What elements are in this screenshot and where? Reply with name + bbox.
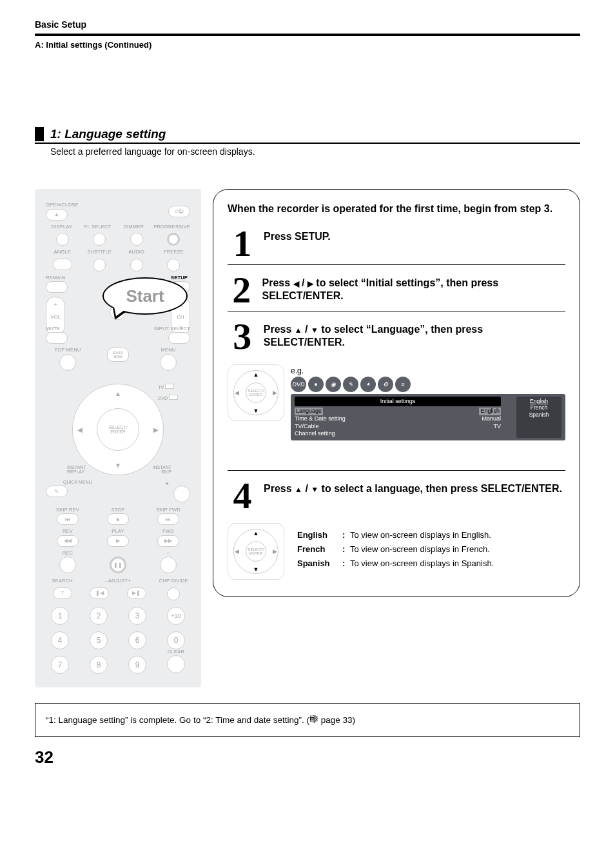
adjust-minus-button[interactable]: ❚◀ <box>90 587 109 599</box>
osd-opt-english: English <box>518 398 560 405</box>
play-button[interactable]: ▶ <box>107 535 129 547</box>
step-1-number: 1 <box>228 228 257 259</box>
dpad-up-icon[interactable]: ▲ <box>115 390 121 397</box>
instant-replay-label: INSTANT REPLAY <box>67 465 86 474</box>
fwd-button[interactable]: ▶▶ <box>157 535 179 547</box>
clear-button[interactable] <box>167 655 185 673</box>
remote-control: Start OPEN/CLOSE ▲ I/⏻ DISPLAY FL SELECT… <box>35 189 201 687</box>
menu-button[interactable] <box>160 354 177 371</box>
skip-rev-label: SKIP REV <box>56 508 79 513</box>
open-close-label: OPEN/CLOSE <box>46 202 79 208</box>
step-2-text: Press ◀ / ▶ to select “Initial settings”… <box>262 274 565 302</box>
osd-menu-icon: ≡ <box>395 377 411 392</box>
step-4-number: 4 <box>228 480 257 511</box>
dpad-down-icon[interactable]: ▼ <box>115 462 121 469</box>
pause-button[interactable]: ❚❚ <box>110 557 126 573</box>
select-enter-button[interactable]: SELECT/ ENTER <box>97 408 139 451</box>
stop-button[interactable]: ■ <box>107 513 129 525</box>
tv-label: TV <box>158 385 164 390</box>
slash-3: / <box>302 483 311 494</box>
chp-divide-button[interactable] <box>167 587 180 600</box>
dpad-left-icon[interactable]: ◀ <box>77 426 83 433</box>
osd-disc-icon: ◉ <box>326 377 341 392</box>
easy-navi-button[interactable]: EASY NAVI <box>107 348 129 362</box>
subtitle-label: SUBTITLE <box>83 250 117 255</box>
num-1-button[interactable]: 1 <box>51 607 69 625</box>
up-arrow-icon: ▲ <box>295 326 302 335</box>
step-3-text: Press ▲ / ▼ to select “Language”, then p… <box>264 321 565 349</box>
input-select-button[interactable] <box>168 332 190 344</box>
remain-button[interactable] <box>46 281 68 293</box>
num-2-button[interactable]: 2 <box>90 607 108 625</box>
nav-up-icon-2: ▲ <box>253 530 259 537</box>
audio-button[interactable] <box>130 259 143 271</box>
dvd-switch[interactable] <box>169 395 178 400</box>
num-9-button[interactable]: 9 <box>128 656 146 674</box>
setup-label: SETUP <box>171 275 188 281</box>
dpad-right-icon[interactable]: ▶ <box>153 426 159 433</box>
progressive-button[interactable] <box>167 233 180 246</box>
audio-label: AUDIO <box>120 250 153 255</box>
num-0-button[interactable]: 0 <box>167 631 185 649</box>
rec-button[interactable] <box>59 557 76 573</box>
page-ref-arrow-icon <box>309 715 318 724</box>
num-5-button[interactable]: 5 <box>90 631 108 649</box>
osd-row-time-val: Manual <box>482 415 501 423</box>
tv-dvd-switch: TV DVD <box>158 384 178 400</box>
dimmer-button[interactable] <box>130 233 143 246</box>
rev-button[interactable]: ◀◀ <box>57 535 79 547</box>
mute-button[interactable] <box>46 332 68 344</box>
menu-label: MENU <box>161 348 176 353</box>
play-label: PLAY <box>112 529 124 534</box>
lang-row-spanish: Spanish : To view on-screen displays in … <box>297 558 494 568</box>
up-arrow-icon-2: ▲ <box>295 485 302 494</box>
nav-down-icon-2: ▼ <box>253 566 259 573</box>
osd-gear-icon: ⚙ <box>378 377 393 392</box>
nav-right-icon-2: ▶ <box>273 548 277 555</box>
num-6-button[interactable]: 6 <box>128 631 146 649</box>
section-title: 1: Language setting <box>50 127 166 141</box>
step-3-number: 3 <box>228 321 257 352</box>
extra-button[interactable] <box>160 557 177 573</box>
top-menu-button[interactable] <box>59 354 76 371</box>
adjust-plus-button[interactable]: ▶❚ <box>127 587 146 599</box>
lang-row-english: English : To view on-screen displays in … <box>297 530 494 540</box>
subtitle-button[interactable] <box>93 259 106 271</box>
star-button[interactable] <box>173 486 190 502</box>
angle-button[interactable] <box>53 259 72 270</box>
step-4-text-pre: Press <box>264 483 295 494</box>
nav-icon-step3: SELECT/ ENTER ▲ ▼ ◀ ▶ <box>228 364 284 421</box>
tv-switch[interactable] <box>165 384 174 389</box>
num-3-button[interactable]: 3 <box>128 607 146 625</box>
power-button[interactable]: I/⏻ <box>168 206 190 217</box>
display-button[interactable] <box>56 233 69 246</box>
skip-fwd-button[interactable]: ⏭ <box>157 513 179 525</box>
section-title-row: 1: Language setting <box>35 127 580 144</box>
lang-desc-spanish: To view on-screen displays in Spanish. <box>350 558 494 568</box>
num-8-button[interactable]: 8 <box>90 656 108 674</box>
search-button[interactable]: T <box>53 587 72 599</box>
step-3: 3 Press ▲ / ▼ to select “Language”, then… <box>228 321 565 471</box>
chp-divide-label: CHP DIVIDE <box>157 578 191 584</box>
num-plus10-button[interactable]: +10 <box>167 607 185 625</box>
skip-rev-button[interactable]: ⏮ <box>57 513 79 525</box>
quick-menu-button[interactable]: ✎ <box>46 486 68 497</box>
fl-select-button[interactable] <box>93 233 106 246</box>
osd-row-tvcable-val: TV <box>493 423 501 431</box>
step-4-text-mid: to select a language, then press SELECT/… <box>318 483 562 494</box>
nav-left-icon: ◀ <box>235 390 239 396</box>
nav-left-icon-2: ◀ <box>235 548 239 555</box>
open-close-button[interactable]: ▲ <box>46 209 68 221</box>
footer-note: “1: Language setting” is complete. Go to… <box>35 703 580 737</box>
down-arrow-icon-2: ▼ <box>311 485 318 494</box>
rec-label: REC <box>63 551 73 556</box>
osd-panel: Initial settings LanguageEnglish Time & … <box>291 394 565 440</box>
nav-icon-core-label: SELECT/ ENTER <box>246 382 266 403</box>
osd-title: Initial settings <box>295 397 501 407</box>
osd-row-language-val: English <box>479 408 501 415</box>
num-4-button[interactable]: 4 <box>51 631 69 649</box>
freeze-button[interactable] <box>167 259 180 271</box>
steps-pane: When the recorder is operated for the fi… <box>213 189 580 597</box>
osd-row-language: Language <box>295 408 323 415</box>
num-7-button[interactable]: 7 <box>51 656 69 674</box>
